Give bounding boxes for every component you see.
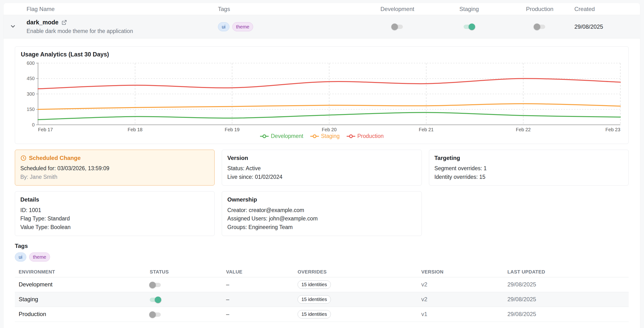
flag-table-header: Flag Name Tags Development Staging Produ… [4,3,640,15]
legend-marker-icon [346,134,356,138]
chart-title: Usage Analytics (Last 30 Days) [21,51,623,58]
targeting-card: Targeting Segment overrides: 1 Identity … [429,150,629,186]
svg-text:Feb 17: Feb 17 [38,127,53,132]
environments-table: ENVIRONMENT STATUS VALUE OVERRIDES VERSI… [15,267,629,322]
overrides-badge[interactable]: 15 identities [298,295,331,304]
tag-pill-ui: ui [15,253,26,262]
overrides-badge[interactable]: 15 identities [298,310,331,319]
assigned-users-line: Assigned Users: john@example.com [227,214,416,223]
svg-text:300: 300 [27,91,35,97]
col-environment: ENVIRONMENT [19,269,150,275]
usage-line-chart: 0150300450600Feb 17Feb 18Feb 19Feb 20Feb… [21,60,623,132]
value-cell: – [226,296,298,303]
summary-cards-row-1: Scheduled Change Scheduled for: 03/03/20… [15,150,629,186]
flag-name-cell: dark_mode Enable dark mode theme for the… [26,19,218,34]
tag-pill-ui: ui [218,22,230,31]
targeting-title: Targeting [434,153,623,162]
svg-text:0: 0 [32,122,35,127]
legend-marker-icon [310,134,319,138]
expanded-details: Usage Analytics (Last 30 Days) 015030045… [4,38,640,328]
col-production: Production [505,6,574,12]
flag-row: dark_mode Enable dark mode theme for the… [4,15,640,38]
production-toggle-cell [505,24,574,29]
version-cell: v2 [421,281,508,288]
flag-id-line: ID: 1001 [20,206,209,215]
environment-name: Development [19,281,150,288]
version-cell: v1 [421,311,508,318]
svg-text:Feb 22: Feb 22 [516,127,530,132]
created-date: 29/08/2025 [574,23,634,30]
version-live-line: Live since: 01/02/2024 [227,173,416,181]
svg-text:Feb 19: Feb 19 [225,127,240,132]
scheduled-change-title: Scheduled Change [20,153,209,162]
groups-line: Groups: Engineering Team [227,223,416,232]
ownership-card: Ownership Creator: creator@example.com A… [222,191,422,236]
version-title: Version [227,153,416,162]
col-development: Development [362,6,433,12]
col-last-updated: LAST UPDATED [508,269,625,275]
chevron-down-icon[interactable] [9,23,16,30]
legend-item-development[interactable]: Development [260,133,303,139]
staging-toggle[interactable] [464,25,475,29]
tags-heading: Tags [15,243,629,249]
table-row-staging: Staging – 15 identities v2 29/08/2025 [15,292,629,307]
col-staging: Staging [433,6,505,12]
staging-status-toggle[interactable] [150,298,161,302]
table-row-development: Development – 15 identities v2 29/08/202… [15,277,629,292]
value-type-line: Value Type: Boolean [20,223,209,232]
version-status-line: Status: Active [227,164,416,173]
col-overrides: OVERRIDES [298,269,421,275]
flag-tags-cell: ui theme [218,22,362,31]
legend-label: Staging [321,133,340,139]
col-created: Created [574,6,634,12]
svg-text:450: 450 [27,76,35,81]
development-toggle-cell [362,24,433,29]
col-flag-name: Flag Name [26,6,218,12]
col-value: VALUE [226,269,298,275]
legend-label: Production [358,133,384,139]
flag-description: Enable dark mode theme for the applicati… [26,28,218,34]
usage-analytics-card: Usage Analytics (Last 30 Days) 015030045… [15,46,629,144]
legend-item-staging[interactable]: Staging [310,133,340,139]
legend-marker-icon [260,134,269,138]
details-card: Details ID: 1001 Flag Type: Standard Val… [15,191,214,236]
tag-pill-theme: theme [232,22,253,31]
ownership-title: Ownership [227,195,416,204]
svg-text:600: 600 [27,60,35,66]
details-title: Details [20,195,209,204]
environment-name: Production [19,311,150,318]
scheduled-by-line: By: Jane Smith [20,173,209,181]
identity-overrides-line: Identity overrides: 15 [434,173,623,181]
version-card: Version Status: Active Live since: 01/02… [222,150,422,186]
overrides-badge[interactable]: 15 identities [298,281,331,289]
last-updated-cell: 29/08/2025 [508,311,625,318]
environment-name: Staging [19,296,150,303]
flag-name-link[interactable]: dark_mode [26,19,58,26]
chart-legend: DevelopmentStagingProduction [21,132,623,141]
scheduled-for-line: Scheduled for: 03/03/2026, 13:59:09 [20,164,209,173]
value-cell: – [226,281,298,288]
environments-table-header: ENVIRONMENT STATUS VALUE OVERRIDES VERSI… [15,267,629,277]
clock-icon [20,155,26,161]
production-toggle[interactable] [534,25,545,29]
summary-cards-row-2: Details ID: 1001 Flag Type: Standard Val… [15,191,629,236]
development-toggle[interactable] [392,25,403,29]
scheduled-change-card: Scheduled Change Scheduled for: 03/03/20… [15,150,214,186]
creator-line: Creator: creator@example.com [227,206,416,215]
svg-text:150: 150 [27,107,35,112]
last-updated-cell: 29/08/2025 [508,296,625,303]
empty-card-slot [429,191,629,236]
flag-type-line: Flag Type: Standard [20,214,209,223]
col-status: STATUS [150,269,226,275]
development-status-toggle[interactable] [150,283,161,287]
external-link-icon[interactable] [61,19,67,25]
svg-text:Feb 23: Feb 23 [606,127,620,132]
legend-label: Development [271,133,303,139]
production-status-toggle[interactable] [150,313,161,317]
table-row-production: Production – 15 identities v1 29/08/2025 [15,307,629,322]
tag-pill-theme: theme [29,253,50,262]
legend-item-production[interactable]: Production [346,133,384,139]
version-cell: v2 [421,296,508,303]
col-version: VERSION [421,269,508,275]
expand-cell[interactable] [9,23,26,31]
